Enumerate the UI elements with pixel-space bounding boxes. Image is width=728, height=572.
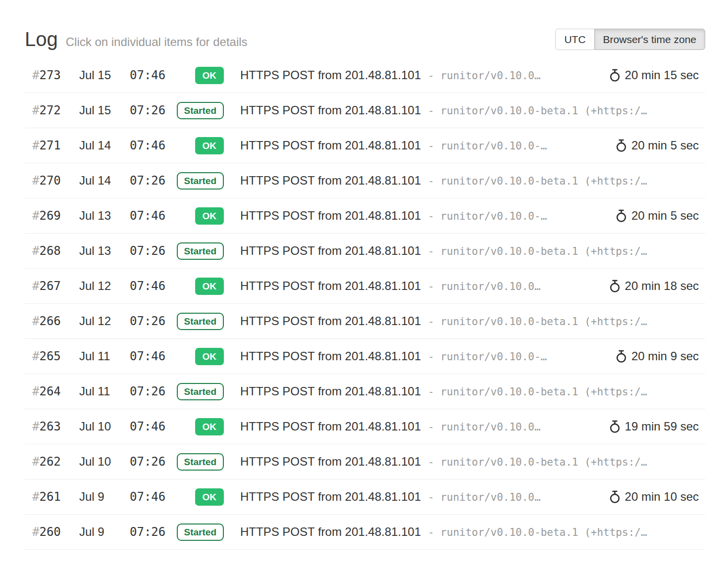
status-badge-cell: Started <box>179 524 224 541</box>
ping-duration: 20 min 10 sec <box>609 490 699 504</box>
ping-number-value: 262 <box>39 455 60 469</box>
utc-button[interactable]: UTC <box>555 29 594 50</box>
duration-text: 20 min 18 sec <box>625 279 699 293</box>
stopwatch-icon <box>616 209 627 223</box>
log-row[interactable]: #260 Jul 9 07:26 Started HTTPS POST from… <box>25 515 705 550</box>
ping-event-text: HTTPS POST from 201.48.81.101 <box>240 174 421 188</box>
ping-time: 07:46 <box>130 349 179 363</box>
duration-text: 20 min 5 sec <box>631 139 699 152</box>
stopwatch-icon <box>616 350 627 363</box>
ping-date: Jul 11 <box>79 384 130 398</box>
log-row[interactable]: #266 Jul 12 07:26 Started HTTPS POST fro… <box>25 304 705 339</box>
ping-number: #260 <box>32 525 79 539</box>
duration-text: 20 min 9 sec <box>631 349 699 363</box>
ping-number-value: 260 <box>39 525 60 539</box>
ping-event-text: HTTPS POST from 201.48.81.101 <box>240 525 421 539</box>
ping-event-text: HTTPS POST from 201.48.81.101 <box>240 139 421 152</box>
ping-event-text: HTTPS POST from 201.48.81.101 <box>240 68 421 82</box>
ping-date: Jul 10 <box>79 455 130 469</box>
title-wrap: Log Click on individual items for detail… <box>25 28 248 50</box>
ping-number: #265 <box>32 349 79 363</box>
ping-number: #262 <box>32 455 79 469</box>
ping-time: 07:46 <box>130 279 179 293</box>
ping-date: Jul 12 <box>79 279 130 293</box>
log-row[interactable]: #263 Jul 10 07:46 OK HTTPS POST from 201… <box>25 409 705 444</box>
stopwatch-icon <box>609 69 621 82</box>
user-agent-text: - runitor/v0.10.0-… <box>428 351 547 363</box>
ping-number: #273 <box>32 68 79 82</box>
hash-prefix: # <box>32 174 39 188</box>
page-title: Log <box>25 28 58 50</box>
user-agent-text: - runitor/v0.10.0-… <box>428 140 547 152</box>
ping-description: HTTPS POST from 201.48.81.101 - runitor/… <box>240 455 699 469</box>
log-row[interactable]: #261 Jul 9 07:46 OK HTTPS POST from 201.… <box>25 479 705 515</box>
ping-number: #272 <box>32 103 79 117</box>
ping-description: HTTPS POST from 201.48.81.101 - runitor/… <box>240 420 601 433</box>
status-badge-cell: OK <box>179 137 224 154</box>
ping-date: Jul 13 <box>79 209 130 223</box>
ping-event-text: HTTPS POST from 201.48.81.101 <box>240 209 421 223</box>
ping-event-text: HTTPS POST from 201.48.81.101 <box>240 244 421 258</box>
ping-number: #264 <box>32 384 79 398</box>
user-agent-text: - runitor/v0.10.0… <box>428 421 541 433</box>
log-row[interactable]: #267 Jul 12 07:46 OK HTTPS POST from 201… <box>25 269 705 304</box>
status-badge: Started <box>177 242 224 260</box>
duration-text: 20 min 15 sec <box>625 68 699 82</box>
stopwatch-icon <box>609 490 621 504</box>
ping-number-value: 268 <box>39 244 60 258</box>
page-subtitle: Click on individual items for details <box>66 35 248 49</box>
ping-description: HTTPS POST from 201.48.81.101 - runitor/… <box>240 384 699 398</box>
hash-prefix: # <box>32 314 39 328</box>
log-row[interactable]: #273 Jul 15 07:46 OK HTTPS POST from 201… <box>25 58 705 93</box>
ping-time: 07:26 <box>130 525 179 539</box>
hash-prefix: # <box>32 139 39 152</box>
status-badge-cell: Started <box>179 453 224 471</box>
ping-description: HTTPS POST from 201.48.81.101 - runitor/… <box>240 279 601 293</box>
ping-number: #271 <box>32 139 79 152</box>
ping-event-text: HTTPS POST from 201.48.81.101 <box>240 455 421 469</box>
log-row[interactable]: #265 Jul 11 07:46 OK HTTPS POST from 201… <box>25 339 705 374</box>
hash-prefix: # <box>32 279 39 293</box>
ping-time: 07:46 <box>130 139 179 152</box>
ping-date: Jul 15 <box>79 68 130 82</box>
ping-date: Jul 11 <box>79 349 130 363</box>
page-header: Log Click on individual items for detail… <box>25 0 705 55</box>
log-row[interactable]: #269 Jul 13 07:46 OK HTTPS POST from 201… <box>25 198 705 234</box>
user-agent-text: - runitor/v0.10.0-beta.1 (+https:/… <box>428 245 647 257</box>
user-agent-text: - runitor/v0.10.0-beta.1 (+https:/… <box>428 386 647 398</box>
ping-number: #267 <box>32 279 79 293</box>
status-badge-cell: Started <box>179 172 224 190</box>
ping-number-value: 264 <box>39 384 60 398</box>
ping-number-value: 267 <box>39 279 60 293</box>
status-badge: OK <box>195 418 224 435</box>
timezone-toggle: UTC Browser's time zone <box>555 29 705 50</box>
ping-number-value: 265 <box>39 349 60 363</box>
status-badge: OK <box>195 137 224 154</box>
user-agent-text: - runitor/v0.10.0… <box>428 281 541 292</box>
log-row[interactable]: #271 Jul 14 07:46 OK HTTPS POST from 201… <box>25 128 705 163</box>
status-badge-cell: Started <box>179 313 224 330</box>
log-row[interactable]: #262 Jul 10 07:26 Started HTTPS POST fro… <box>25 444 705 479</box>
ping-duration: 20 min 9 sec <box>616 349 699 363</box>
ping-number-value: 263 <box>39 420 60 433</box>
ping-date: Jul 14 <box>79 139 130 152</box>
user-agent-text: - runitor/v0.10.0… <box>428 491 541 503</box>
status-badge: Started <box>177 102 224 119</box>
log-row[interactable]: #268 Jul 13 07:26 Started HTTPS POST fro… <box>25 234 705 269</box>
ping-description: HTTPS POST from 201.48.81.101 - runitor/… <box>240 139 608 152</box>
ping-description: HTTPS POST from 201.48.81.101 - runitor/… <box>240 209 608 223</box>
ping-event-text: HTTPS POST from 201.48.81.101 <box>240 279 421 293</box>
ping-date: Jul 15 <box>79 103 130 117</box>
ping-duration: 20 min 15 sec <box>609 68 699 82</box>
status-badge: OK <box>195 278 224 295</box>
status-badge-cell: OK <box>179 207 224 225</box>
log-row[interactable]: #272 Jul 15 07:26 Started HTTPS POST fro… <box>25 93 705 128</box>
log-row[interactable]: #264 Jul 11 07:26 Started HTTPS POST fro… <box>25 374 705 409</box>
ping-duration: 20 min 18 sec <box>609 279 699 293</box>
ping-time: 07:26 <box>130 103 179 117</box>
browser-timezone-button[interactable]: Browser's time zone <box>594 29 705 50</box>
ping-date: Jul 9 <box>79 490 130 504</box>
ping-date: Jul 14 <box>79 174 130 188</box>
log-row[interactable]: #270 Jul 14 07:26 Started HTTPS POST fro… <box>25 163 705 198</box>
ping-description: HTTPS POST from 201.48.81.101 - runitor/… <box>240 103 699 117</box>
